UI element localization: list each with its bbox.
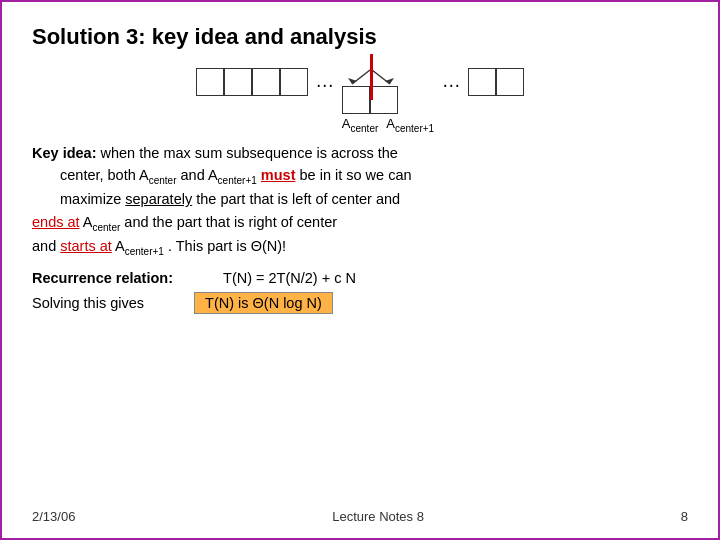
- sub-center: center: [351, 123, 379, 134]
- key-line1-text: when the max sum subsequence is across t…: [101, 145, 398, 161]
- box-c1: [342, 86, 370, 114]
- box-c2: [370, 86, 398, 114]
- footer-date: 2/13/06: [32, 509, 75, 524]
- box-r2: [496, 68, 524, 96]
- key-line5: and starts at Acenter+1 . This part is Θ…: [32, 235, 688, 259]
- footer-page: 8: [681, 509, 688, 524]
- label-center: Acenter: [342, 116, 378, 134]
- sub-c4: center: [92, 222, 120, 233]
- center-labels: Acenter Acenter+1: [342, 116, 434, 134]
- footer-center: Lecture Notes 8: [332, 509, 424, 524]
- right-array: …: [434, 68, 524, 96]
- dots-right: …: [442, 71, 460, 94]
- solving-row: Solving this gives T(N) is Θ(N log N): [32, 292, 688, 314]
- key-line2: center, both Acenter and Acenter+1 must …: [60, 164, 688, 188]
- box-l3: [252, 68, 280, 96]
- center-group: Acenter Acenter+1: [342, 68, 434, 134]
- slide-title: Solution 3: key idea and analysis: [32, 24, 688, 50]
- svg-marker-3: [385, 78, 394, 84]
- recurrence-row: Recurrence relation: T(N) = 2T(N/2) + c …: [32, 270, 688, 286]
- recurrence-label: Recurrence relation:: [32, 270, 173, 286]
- diagram-area: …: [32, 68, 688, 134]
- key-bold-label: Key idea:: [32, 145, 96, 161]
- key-line3: maximize separately the part that is lef…: [60, 188, 688, 210]
- sub-c2: center: [149, 175, 177, 186]
- red-line: [370, 54, 373, 100]
- recurrence-formula: T(N) = 2T(N/2) + c N: [223, 270, 356, 286]
- starts-at-text: starts at: [60, 238, 112, 254]
- ends-at-text: ends at: [32, 214, 80, 230]
- key-line2-post: be in it so we can: [300, 167, 412, 183]
- separately-text: separately: [125, 191, 192, 207]
- key-line4: ends at Acenter and the part that is rig…: [32, 211, 688, 235]
- key-line5-post: . This part is Θ(N)!: [168, 238, 286, 254]
- and-text: and: [181, 167, 208, 183]
- dots-left: …: [316, 71, 334, 94]
- left-array: …: [196, 68, 342, 96]
- solving-label: Solving this gives: [32, 295, 144, 311]
- key-idea-block: Key idea: when the max sum subsequence i…: [32, 142, 688, 260]
- footer: 2/13/06 Lecture Notes 8 8: [32, 509, 688, 524]
- slide: Solution 3: key idea and analysis …: [0, 0, 720, 540]
- svg-marker-1: [348, 78, 357, 84]
- label-center1: Acenter+1: [386, 116, 434, 134]
- box-l1: [196, 68, 224, 96]
- sub-c5: center+1: [125, 246, 164, 257]
- arrows: [342, 68, 404, 86]
- must-text: must: [261, 167, 296, 183]
- sub-center1: center+1: [395, 123, 434, 134]
- key-line1: Key idea: when the max sum subsequence i…: [32, 142, 688, 164]
- box-l2: [224, 68, 252, 96]
- box-r1: [468, 68, 496, 96]
- box-l4: [280, 68, 308, 96]
- key-line4-post: and the part that is right of center: [124, 214, 337, 230]
- sub-c3: center+1: [218, 175, 257, 186]
- arrow-svg: [342, 68, 404, 86]
- solving-formula: T(N) is Θ(N log N): [194, 292, 333, 314]
